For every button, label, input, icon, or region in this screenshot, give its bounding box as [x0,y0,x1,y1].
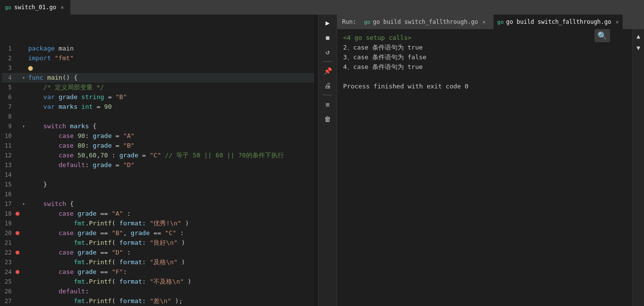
code-tokens-17: switch { [28,199,314,209]
pin-button[interactable]: 📌 [321,65,334,77]
token: main [55,45,74,52]
code-line-13: 13 default: grade = "D" [2,160,314,170]
token: "A" [112,210,123,217]
token [55,103,59,110]
rerun-button[interactable]: ↺ [321,46,334,58]
token [28,122,43,130]
token: grade [93,161,112,169]
token: grade [78,210,97,217]
token: "良好\n" [149,239,177,246]
token: = [112,161,123,169]
token: marks [70,122,89,130]
code-line-14: 14 [2,170,314,180]
line-gutter-22 [16,251,22,255]
code-line-27: 27 fmt.Printf( format: "差\n" ); [2,296,314,306]
debug-dot-24 [16,270,19,274]
yellow-indicator: ● [28,63,33,72]
token [28,258,74,266]
line-number-22: 22 [2,248,16,257]
run-button[interactable]: ▶ [321,17,334,29]
token: == [97,229,112,237]
token: switch [43,122,66,130]
token: grade [131,229,149,237]
run-scroll-up[interactable]: ▲ [634,31,644,41]
token: Printf [89,220,112,227]
token: var [43,103,54,110]
token: switch [43,200,66,207]
line-gutter-18 [16,212,22,216]
middle-toolbar: ▶ ◼ ↺ 📌 🖨 ≡ 🗑 [318,15,337,306]
token: func [28,74,43,81]
token: fmt [74,220,85,227]
run-tab-active-label: go build switch_fallthrough.go [506,18,611,25]
token: Printf [89,258,112,266]
token: fmt [74,278,85,285]
token: case [59,210,74,217]
run-tab-active[interactable]: go go build switch_fallthrough.go × [494,15,623,29]
debug-dot-20 [16,231,19,235]
token: marks [59,103,78,110]
line-number-20: 20 [2,228,16,238]
code-line-2: 2import "fmt" [2,53,314,63]
line-number-2: 2 [2,53,16,63]
line-number-21: 21 [2,238,16,248]
token: "B" [112,229,123,237]
toolbar-separator-2 [323,95,332,95]
code-line-20: 20 case grade == "B", grade == "C" : [2,228,314,238]
token: = [138,152,149,159]
token: : [176,229,184,237]
token: = [93,103,104,110]
token: = [104,93,116,101]
token: "优秀!\n" [149,220,181,227]
run-output-line1: <4 go setup calls> [343,33,627,43]
fold-marker-4[interactable]: ▾ [22,73,28,83]
token [28,161,59,169]
token [28,268,59,275]
token [28,229,59,237]
token: int [82,103,93,110]
code-tokens-23: fmt.Printf( format: "及格\n" ) [28,257,314,267]
editor-tab[interactable]: go switch_01.go × [0,0,70,15]
token: case [59,132,74,139]
line-number-17: 17 [2,199,16,209]
token: "C" [165,229,176,237]
token: grade [93,142,112,149]
toolbar-separator-1 [323,61,332,62]
line-number-11: 11 [2,141,16,151]
code-tokens-21: fmt.Printf( format: "良好\n" ) [28,238,314,248]
code-tokens-7: var marks int = 90 [28,102,314,112]
print-button[interactable]: 🖨 [321,79,334,92]
fold-marker-17[interactable]: ▾ [22,199,28,209]
token: ( [112,297,119,305]
stop-button[interactable]: ◼ [321,31,334,44]
line-number-19: 19 [2,219,16,228]
run-tab-prev[interactable]: go go build switch_fallthrough.go × [360,15,490,29]
code-tokens-20: case grade == "B", grade == "C" : [28,228,314,238]
delete-button[interactable]: 🗑 [321,113,334,125]
token: "fmt" [55,54,74,62]
code-tokens-9: switch marks { [28,121,314,131]
token: format: [119,239,146,246]
token [55,93,59,101]
line-number-12: 12 [2,151,16,160]
run-tab-prev-close[interactable]: × [482,19,486,25]
token: ( [112,278,119,285]
run-label: Run: [342,18,356,25]
token: "D" [112,249,123,256]
code-line-6: 6 var grade string = "B" [2,92,314,102]
list-button[interactable]: ≡ [321,98,334,111]
editor-tab-close[interactable]: × [59,4,66,11]
token: ( [112,220,119,227]
line-number-8: 8 [2,112,16,121]
token: = [112,142,123,149]
token: "差\n" [149,297,171,305]
code-editor[interactable]: 1package main2import "fmt"3●4▾func main(… [0,15,314,306]
title-bar: go switch_01.go × [0,0,644,15]
fold-marker-9[interactable]: ▾ [22,121,28,131]
run-scroll-down[interactable]: ▼ [634,43,644,52]
search-button[interactable]: 🔍 [594,29,610,42]
code-line-3: 3● [2,63,314,73]
run-tab-active-close[interactable]: × [616,19,619,25]
code-tokens-10: case 90: grade = "A" [28,131,314,141]
token: == [150,229,165,237]
